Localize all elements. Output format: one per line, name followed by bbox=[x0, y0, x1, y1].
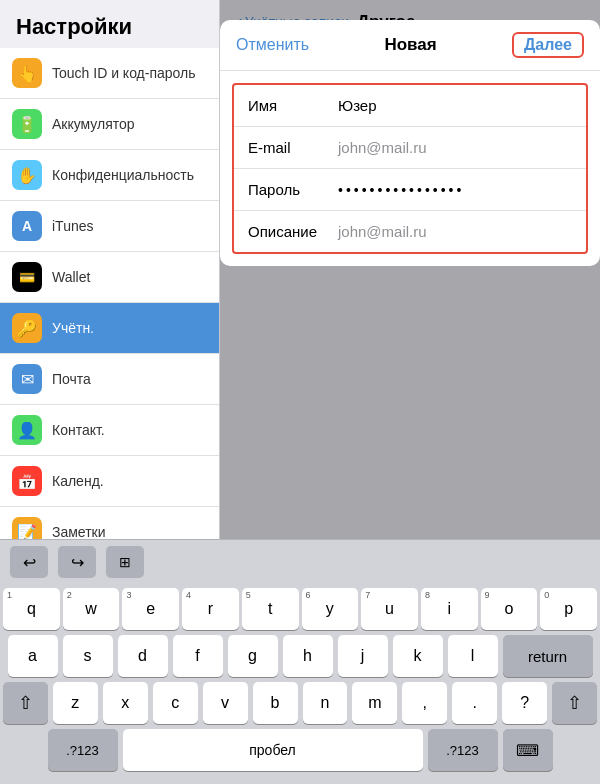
next-button[interactable]: Далее bbox=[512, 32, 584, 58]
form-row-email[interactable]: E-mail john@mail.ru bbox=[234, 127, 586, 169]
key-m[interactable]: m bbox=[352, 682, 397, 724]
sidebar-label-notes: Заметки bbox=[52, 524, 106, 539]
key-w[interactable]: 2w bbox=[63, 588, 120, 630]
undo-button[interactable]: ↩ bbox=[10, 546, 48, 578]
sidebar-item-privacy[interactable]: ✋ Конфиденциальность bbox=[0, 150, 219, 201]
key-v[interactable]: v bbox=[203, 682, 248, 724]
key-z[interactable]: z bbox=[53, 682, 98, 724]
modal-overlay: Отменить Новая Далее Имя Юзер E-mail joh… bbox=[220, 0, 600, 539]
sidebar-item-mail[interactable]: ✉ Почта bbox=[0, 354, 219, 405]
key-l[interactable]: l bbox=[448, 635, 498, 677]
sidebar-item-contacts[interactable]: 👤 Контакт. bbox=[0, 405, 219, 456]
sidebar-title: Настройки bbox=[0, 0, 219, 48]
key-r[interactable]: 4r bbox=[182, 588, 239, 630]
key-h[interactable]: h bbox=[283, 635, 333, 677]
space-key[interactable]: пробел bbox=[123, 729, 423, 771]
keyboard-row-2: a s d f g h j k l return bbox=[3, 635, 597, 677]
key-a[interactable]: a bbox=[8, 635, 58, 677]
password-label: Пароль bbox=[248, 181, 338, 198]
key-n[interactable]: n bbox=[303, 682, 348, 724]
sidebar-label-calendar: Календ. bbox=[52, 473, 104, 489]
keyboard-icon-key[interactable]: ⌨ bbox=[503, 729, 553, 771]
key-j[interactable]: j bbox=[338, 635, 388, 677]
key-u[interactable]: 7u bbox=[361, 588, 418, 630]
key-y[interactable]: 6y bbox=[302, 588, 359, 630]
sidebar-label-touch-id: Touch ID и код-пароль bbox=[52, 65, 196, 81]
sidebar-item-calendar[interactable]: 📅 Календ. bbox=[0, 456, 219, 507]
screen: Настройки 👆 Touch ID и код-пароль 🔋 Акку… bbox=[0, 0, 600, 784]
key-c[interactable]: c bbox=[153, 682, 198, 724]
shift-key[interactable]: ⇧ bbox=[3, 682, 48, 724]
key-x[interactable]: x bbox=[103, 682, 148, 724]
key-t[interactable]: 5t bbox=[242, 588, 299, 630]
mail-icon: ✉ bbox=[12, 364, 42, 394]
sidebar-label-privacy: Конфиденциальность bbox=[52, 167, 194, 183]
keyboard-toolbar: ↩ ↪ ⊞ bbox=[0, 539, 600, 584]
battery-icon: 🔋 bbox=[12, 109, 42, 139]
notes-icon: 📝 bbox=[12, 517, 42, 539]
sidebar-label-battery: Аккумулятор bbox=[52, 116, 135, 132]
sidebar-label-accounts: Учётн. bbox=[52, 320, 94, 336]
number-hints-row: 1q 2w 3e 4r 5t 6y 7u 8i 9o 0p bbox=[3, 588, 597, 630]
key-b[interactable]: b bbox=[253, 682, 298, 724]
email-label: E-mail bbox=[248, 139, 338, 156]
key-e[interactable]: 3e bbox=[122, 588, 179, 630]
name-value: Юзер bbox=[338, 97, 572, 114]
touch-id-icon: 👆 bbox=[12, 58, 42, 88]
key-i[interactable]: 8i bbox=[421, 588, 478, 630]
key-q[interactable]: 1q bbox=[3, 588, 60, 630]
return-key[interactable]: return bbox=[503, 635, 593, 677]
key-k[interactable]: k bbox=[393, 635, 443, 677]
wallet-icon: 💳 bbox=[12, 262, 42, 292]
right-panel: Учётные записи Другое ПОЧТА Новая учётна… bbox=[220, 0, 600, 539]
main-area: Настройки 👆 Touch ID и код-пароль 🔋 Акку… bbox=[0, 0, 600, 539]
redo-button[interactable]: ↪ bbox=[58, 546, 96, 578]
form-fields: Имя Юзер E-mail john@mail.ru Пароль ••••… bbox=[232, 83, 588, 254]
sidebar-label-contacts: Контакт. bbox=[52, 422, 105, 438]
keyboard-row-3: ⇧ z x c v b n m , . ? ⇧ bbox=[3, 682, 597, 724]
keyboard-row-4: .?123 пробел .?123 ⌨ bbox=[3, 729, 597, 771]
sidebar-item-battery[interactable]: 🔋 Аккумулятор bbox=[0, 99, 219, 150]
sidebar: Настройки 👆 Touch ID и код-пароль 🔋 Акку… bbox=[0, 0, 220, 539]
num-switch-left[interactable]: .?123 bbox=[48, 729, 118, 771]
key-comma[interactable]: , bbox=[402, 682, 447, 724]
sidebar-item-accounts[interactable]: 🔑 Учётн. bbox=[0, 303, 219, 354]
num-switch-right[interactable]: .?123 bbox=[428, 729, 498, 771]
description-value: john@mail.ru bbox=[338, 223, 572, 240]
name-label: Имя bbox=[248, 97, 338, 114]
modal-header: Отменить Новая Далее bbox=[220, 20, 600, 71]
cancel-button[interactable]: Отменить bbox=[236, 36, 309, 54]
sidebar-item-itunes[interactable]: A iTunes bbox=[0, 201, 219, 252]
shift-key-right[interactable]: ⇧ bbox=[552, 682, 597, 724]
email-value: john@mail.ru bbox=[338, 139, 572, 156]
form-row-password[interactable]: Пароль •••••••••••••••• bbox=[234, 169, 586, 211]
key-f[interactable]: f bbox=[173, 635, 223, 677]
sidebar-label-itunes: iTunes bbox=[52, 218, 94, 234]
key-period[interactable]: . bbox=[452, 682, 497, 724]
privacy-icon: ✋ bbox=[12, 160, 42, 190]
itunes-icon: A bbox=[12, 211, 42, 241]
accounts-icon: 🔑 bbox=[12, 313, 42, 343]
password-value: •••••••••••••••• bbox=[338, 182, 572, 198]
modal-title: Новая bbox=[384, 35, 436, 55]
key-d[interactable]: d bbox=[118, 635, 168, 677]
keyboard: 1q 2w 3e 4r 5t 6y 7u 8i 9o 0p a s d f g … bbox=[0, 584, 600, 780]
contacts-icon: 👤 bbox=[12, 415, 42, 445]
paste-button[interactable]: ⊞ bbox=[106, 546, 144, 578]
keyboard-area: ↩ ↪ ⊞ 1q 2w 3e 4r 5t 6y 7u 8i 9o 0p a s bbox=[0, 539, 600, 784]
description-label: Описание bbox=[248, 223, 338, 240]
calendar-icon: 📅 bbox=[12, 466, 42, 496]
sidebar-label-wallet: Wallet bbox=[52, 269, 90, 285]
form-row-description[interactable]: Описание john@mail.ru bbox=[234, 211, 586, 252]
sidebar-label-mail: Почта bbox=[52, 371, 91, 387]
key-question[interactable]: ? bbox=[502, 682, 547, 724]
key-s[interactable]: s bbox=[63, 635, 113, 677]
key-g[interactable]: g bbox=[228, 635, 278, 677]
key-o[interactable]: 9o bbox=[481, 588, 538, 630]
sidebar-item-notes[interactable]: 📝 Заметки bbox=[0, 507, 219, 539]
sidebar-item-wallet[interactable]: 💳 Wallet bbox=[0, 252, 219, 303]
sidebar-item-touch-id[interactable]: 👆 Touch ID и код-пароль bbox=[0, 48, 219, 99]
modal-dialog: Отменить Новая Далее Имя Юзер E-mail joh… bbox=[220, 20, 600, 266]
key-p[interactable]: 0p bbox=[540, 588, 597, 630]
form-row-name[interactable]: Имя Юзер bbox=[234, 85, 586, 127]
